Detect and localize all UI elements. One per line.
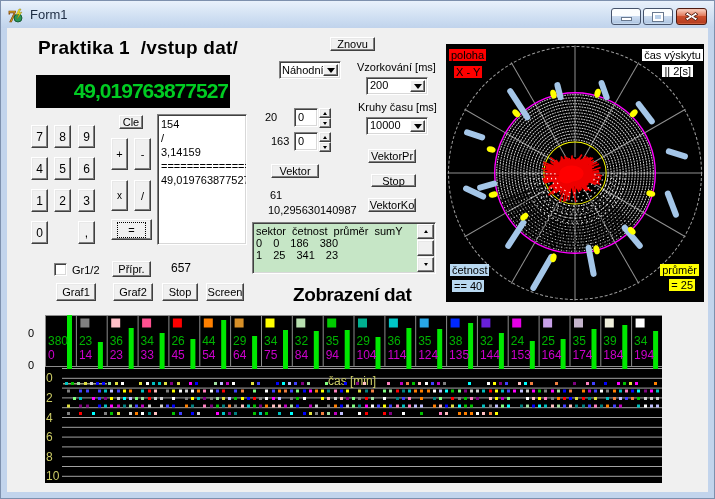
svg-text:164: 164: [542, 348, 562, 362]
svg-text:2: 2: [46, 391, 53, 405]
svg-text:64: 64: [233, 348, 247, 362]
svg-text:0: 0: [46, 371, 53, 385]
svg-text:104: 104: [357, 348, 377, 362]
svg-text:25: 25: [542, 334, 556, 348]
svg-text:380: 380: [48, 334, 68, 348]
svg-text:84: 84: [295, 348, 309, 362]
svg-text:144: 144: [480, 348, 500, 362]
svg-text:184: 184: [603, 348, 623, 362]
svg-text:39: 39: [603, 334, 617, 348]
svg-text:114: 114: [387, 348, 406, 362]
svg-text:32: 32: [295, 334, 309, 348]
svg-text:34: 34: [264, 334, 278, 348]
svg-text:36: 36: [110, 334, 124, 348]
svg-text:35: 35: [573, 334, 587, 348]
svg-text:0: 0: [48, 348, 55, 362]
svg-text:34: 34: [141, 334, 155, 348]
svg-text:10: 10: [46, 469, 60, 483]
svg-text:34: 34: [634, 334, 648, 348]
svg-text:36: 36: [387, 334, 401, 348]
svg-text:75: 75: [264, 348, 278, 362]
svg-text:29: 29: [357, 334, 371, 348]
svg-text:8: 8: [46, 450, 53, 464]
svg-text:6: 6: [46, 430, 53, 444]
svg-text:26: 26: [171, 334, 185, 348]
svg-text:23: 23: [79, 334, 93, 348]
svg-text:135: 135: [449, 348, 469, 362]
svg-text:35: 35: [326, 334, 340, 348]
svg-text:29: 29: [233, 334, 247, 348]
svg-text:45: 45: [171, 348, 185, 362]
svg-text:23: 23: [110, 348, 124, 362]
svg-text:čas [min]: čas [min]: [328, 374, 376, 388]
svg-text:54: 54: [202, 348, 216, 362]
svg-text:33: 33: [141, 348, 155, 362]
svg-text:194: 194: [634, 348, 654, 362]
svg-text:44: 44: [202, 334, 216, 348]
svg-text:94: 94: [326, 348, 340, 362]
svg-text:124: 124: [418, 348, 438, 362]
svg-text:14: 14: [79, 348, 93, 362]
svg-text:38: 38: [449, 334, 463, 348]
svg-text:4: 4: [46, 411, 53, 425]
svg-text:174: 174: [573, 348, 593, 362]
svg-text:153: 153: [511, 348, 531, 362]
svg-text:32: 32: [480, 334, 494, 348]
svg-text:35: 35: [418, 334, 432, 348]
svg-text:24: 24: [511, 334, 525, 348]
